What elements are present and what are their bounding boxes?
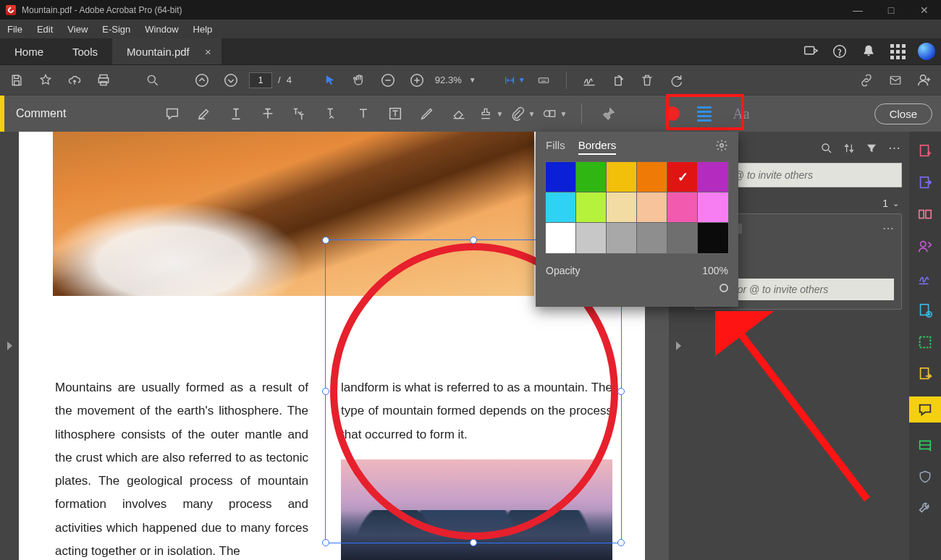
eraser-icon[interactable]	[447, 101, 471, 126]
color-swatch[interactable]	[667, 162, 698, 192]
search-icon[interactable]	[820, 142, 833, 155]
pencil-icon[interactable]	[415, 101, 439, 126]
color-swatch[interactable]	[576, 223, 607, 253]
rail-organize-icon[interactable]	[916, 301, 934, 320]
rail-fill-sign-icon[interactable]	[916, 269, 934, 288]
rail-send-comments-icon[interactable]	[916, 365, 934, 383]
avatar[interactable]	[912, 38, 941, 64]
rail-compress-icon[interactable]	[916, 333, 934, 352]
rotate-icon[interactable]	[607, 69, 629, 91]
underline-icon[interactable]	[224, 101, 248, 126]
left-panel-toggle[interactable]	[0, 132, 19, 560]
color-swatch[interactable]	[546, 162, 576, 192]
menu-help[interactable]: Help	[186, 20, 220, 38]
selection-tool-icon[interactable]	[319, 69, 341, 91]
print-icon[interactable]	[93, 69, 114, 91]
rail-export-pdf-icon[interactable]	[916, 174, 934, 192]
card-more-icon[interactable]: ⋯	[882, 221, 894, 235]
drawing-tools-icon[interactable]: ▼	[542, 101, 567, 126]
page-up-icon[interactable]	[191, 69, 213, 91]
resize-handle[interactable]	[470, 237, 477, 244]
text-box-icon[interactable]	[383, 101, 408, 126]
color-swatch[interactable]	[546, 223, 576, 253]
page-current-input[interactable]	[249, 72, 272, 88]
window-close[interactable]: ✕	[908, 0, 941, 20]
slider-thumb[interactable]	[720, 284, 728, 292]
pin-icon[interactable]	[596, 101, 621, 126]
window-maximize[interactable]: □	[874, 0, 908, 20]
opacity-slider[interactable]	[546, 284, 728, 292]
color-swatch[interactable]	[698, 162, 728, 192]
share-icon[interactable]	[796, 38, 825, 64]
stamp-icon[interactable]: ▼	[478, 101, 503, 126]
color-swatch[interactable]	[607, 162, 637, 192]
filter-icon[interactable]	[865, 142, 878, 155]
tab-document[interactable]: Mountain.pdf ×	[112, 38, 221, 64]
bell-icon[interactable]	[854, 38, 883, 64]
tab-borders[interactable]: Borders	[578, 139, 617, 155]
resize-handle[interactable]	[322, 237, 329, 244]
menu-file[interactable]: File	[0, 20, 30, 38]
color-swatch[interactable]	[667, 223, 698, 253]
rail-scan-icon[interactable]	[916, 436, 934, 454]
color-swatch[interactable]	[607, 223, 637, 253]
share-people-icon[interactable]	[913, 69, 935, 91]
color-swatch[interactable]	[698, 192, 728, 223]
replace-text-icon[interactable]	[287, 101, 312, 126]
zoom-in-icon[interactable]	[406, 69, 428, 91]
color-swatch[interactable]	[546, 192, 576, 223]
strikethrough-icon[interactable]	[256, 101, 280, 126]
save-icon[interactable]	[6, 69, 28, 91]
color-swatch[interactable]	[607, 192, 637, 223]
resize-handle[interactable]	[617, 388, 625, 395]
color-swatch[interactable]	[576, 162, 607, 192]
page-down-icon[interactable]	[220, 69, 242, 91]
resize-handle[interactable]	[322, 539, 329, 546]
zoom-out-icon[interactable]	[377, 69, 399, 91]
zoom-level[interactable]: 92.3%▼	[435, 75, 476, 85]
chevron-down-icon[interactable]: ⌄	[893, 199, 899, 208]
resize-handle[interactable]	[617, 539, 625, 546]
menu-esign[interactable]: E-Sign	[95, 20, 138, 38]
find-icon[interactable]	[142, 69, 164, 91]
help-icon[interactable]	[825, 38, 854, 64]
rail-protect-icon[interactable]	[916, 467, 934, 486]
star-icon[interactable]	[35, 69, 56, 91]
window-minimize[interactable]: ―	[841, 0, 874, 20]
tab-home[interactable]: Home	[0, 38, 58, 64]
rail-request-signatures-icon[interactable]	[916, 237, 934, 256]
tab-tools[interactable]: Tools	[58, 38, 112, 64]
fit-width-icon[interactable]: ▼	[504, 69, 526, 91]
apps-icon[interactable]	[883, 38, 912, 64]
menu-window[interactable]: Window	[138, 20, 185, 38]
color-swatch[interactable]	[637, 162, 667, 192]
insert-text-icon[interactable]	[319, 101, 344, 126]
sort-icon[interactable]	[843, 142, 855, 155]
document-area[interactable]: Mountains are usually formed as a result…	[19, 132, 669, 560]
attach-icon[interactable]: ▼	[510, 101, 535, 126]
menu-view[interactable]: View	[60, 20, 95, 38]
text-comment-icon[interactable]	[351, 101, 376, 126]
resize-handle[interactable]	[322, 388, 329, 395]
gear-icon[interactable]	[715, 139, 728, 152]
color-swatch[interactable]	[637, 192, 667, 223]
rail-more-tools-icon[interactable]	[916, 499, 934, 518]
color-swatch-button[interactable]	[660, 101, 685, 126]
link-icon[interactable]	[856, 69, 877, 91]
menu-edit[interactable]: Edit	[30, 20, 60, 38]
hand-tool-icon[interactable]	[348, 69, 370, 91]
rail-create-pdf-icon[interactable]	[916, 142, 934, 161]
close-button[interactable]: Close	[874, 103, 932, 124]
color-swatch[interactable]	[576, 192, 607, 223]
more-icon[interactable]: ⋯	[888, 140, 900, 156]
sign-icon[interactable]	[578, 69, 600, 91]
rail-comment-icon[interactable]	[909, 396, 941, 423]
tab-close-icon[interactable]: ×	[205, 46, 211, 58]
delete-icon[interactable]	[636, 69, 658, 91]
rail-edit-pdf-icon[interactable]	[916, 205, 934, 224]
sticky-note-icon[interactable]	[160, 101, 185, 126]
highlight-icon[interactable]	[192, 101, 216, 126]
cloud-icon[interactable]	[64, 69, 85, 91]
email-icon[interactable]	[885, 69, 906, 91]
color-swatch[interactable]	[667, 192, 698, 223]
